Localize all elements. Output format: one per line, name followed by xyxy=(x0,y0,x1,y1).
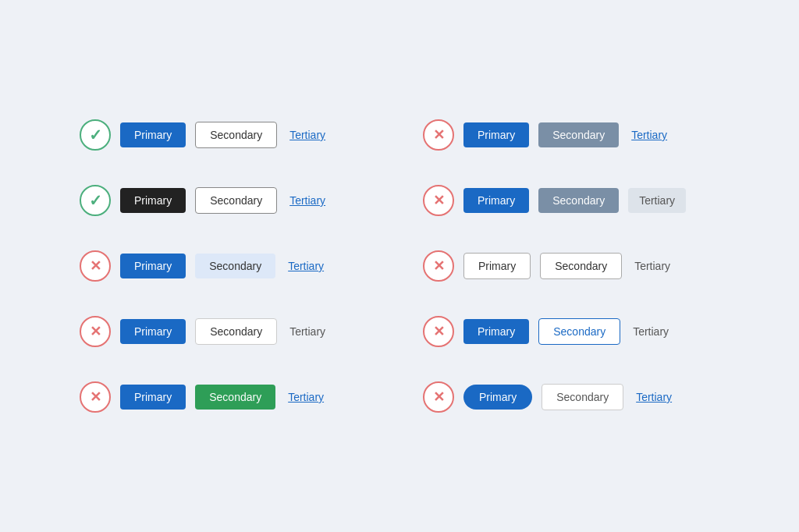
tertiary-button-2-left[interactable]: Tertiary xyxy=(286,188,328,213)
primary-button-2-left[interactable]: Primary xyxy=(120,188,186,213)
crossmark-symbol: ✕ xyxy=(433,323,445,340)
tertiary-button-1-left[interactable]: Tertiary xyxy=(286,122,328,147)
primary-button-5-right[interactable]: Primary xyxy=(463,385,532,410)
secondary-button-4-right[interactable]: Secondary xyxy=(538,318,620,345)
tertiary-button-3-right[interactable]: Tertiary xyxy=(631,254,673,278)
cross-icon: ✕ xyxy=(423,185,454,216)
cross-icon: ✕ xyxy=(423,250,454,282)
crossmark-symbol: ✕ xyxy=(433,126,445,144)
button-row-2-left: ✓PrimarySecondaryTertiary xyxy=(56,168,400,233)
checkmark-symbol: ✓ xyxy=(89,126,102,144)
secondary-button-1-right[interactable]: Secondary xyxy=(538,122,619,147)
primary-button-2-right[interactable]: Primary xyxy=(463,188,529,213)
checkmark-symbol: ✓ xyxy=(89,191,102,210)
secondary-button-2-right[interactable]: Secondary xyxy=(538,188,619,213)
primary-button-5-left[interactable]: Primary xyxy=(120,385,186,410)
cross-icon: ✕ xyxy=(423,119,454,151)
primary-button-3-left[interactable]: Primary xyxy=(120,254,186,278)
tertiary-button-2-right[interactable]: Tertiary xyxy=(628,188,686,213)
button-row-3-left: ✕PrimarySecondaryTertiary xyxy=(56,233,400,299)
button-row-5-left: ✕PrimarySecondaryTertiary xyxy=(56,364,400,430)
tertiary-button-4-left[interactable]: Tertiary xyxy=(286,319,328,344)
button-row-1-left: ✓PrimarySecondaryTertiary xyxy=(56,102,400,168)
crossmark-symbol: ✕ xyxy=(433,257,445,275)
secondary-button-1-left[interactable]: Secondary xyxy=(195,122,277,148)
primary-button-1-left[interactable]: Primary xyxy=(120,122,186,147)
button-row-4-right: ✕PrimarySecondaryTertiary xyxy=(400,299,743,364)
primary-button-4-right[interactable]: Primary xyxy=(463,319,529,344)
button-row-4-left: ✕PrimarySecondaryTertiary xyxy=(56,299,400,364)
tertiary-button-5-left[interactable]: Tertiary xyxy=(285,385,327,410)
secondary-button-2-left[interactable]: Secondary xyxy=(195,187,277,214)
primary-button-3-right[interactable]: Primary xyxy=(463,253,531,279)
secondary-button-5-left[interactable]: Secondary xyxy=(195,385,275,410)
tertiary-button-4-right[interactable]: Tertiary xyxy=(630,319,672,344)
primary-button-1-right[interactable]: Primary xyxy=(463,122,529,147)
tertiary-button-3-left[interactable]: Tertiary xyxy=(285,254,327,278)
cross-icon: ✕ xyxy=(423,381,454,413)
secondary-button-3-left[interactable]: Secondary xyxy=(195,254,275,278)
crossmark-symbol: ✕ xyxy=(90,323,101,340)
secondary-button-3-right[interactable]: Secondary xyxy=(540,253,622,279)
cross-icon: ✕ xyxy=(80,316,111,347)
cross-icon: ✕ xyxy=(80,250,111,282)
primary-button-4-left[interactable]: Primary xyxy=(120,319,186,344)
button-row-5-right: ✕PrimarySecondaryTertiary xyxy=(400,364,743,430)
crossmark-symbol: ✕ xyxy=(433,388,445,406)
button-grid: ✓PrimarySecondaryTertiary✕PrimarySeconda… xyxy=(56,102,743,430)
cross-icon: ✕ xyxy=(80,381,111,413)
check-icon: ✓ xyxy=(80,119,111,151)
crossmark-symbol: ✕ xyxy=(433,192,445,209)
button-row-3-right: ✕PrimarySecondaryTertiary xyxy=(400,233,743,299)
cross-icon: ✕ xyxy=(423,316,454,347)
button-row-2-right: ✕PrimarySecondaryTertiary xyxy=(400,168,743,233)
check-icon: ✓ xyxy=(80,185,111,216)
crossmark-symbol: ✕ xyxy=(90,257,101,275)
tertiary-button-1-right[interactable]: Tertiary xyxy=(628,122,670,147)
secondary-button-4-left[interactable]: Secondary xyxy=(195,318,277,345)
tertiary-button-5-right[interactable]: Tertiary xyxy=(633,385,675,410)
button-row-1-right: ✕PrimarySecondaryTertiary xyxy=(400,102,743,168)
crossmark-symbol: ✕ xyxy=(90,388,101,406)
secondary-button-5-right[interactable]: Secondary xyxy=(542,384,623,410)
main-container: ✓PrimarySecondaryTertiary✕PrimarySeconda… xyxy=(25,79,774,453)
